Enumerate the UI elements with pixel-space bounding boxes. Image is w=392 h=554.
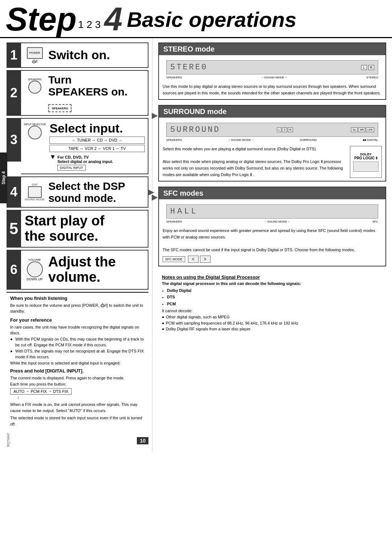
sfc-mode-box: ▶ SFC modes HALL SPEAKERS ←SOUND MODE→ S… [158, 187, 386, 266]
cannot-decode-intro: It cannot decode: [162, 307, 383, 314]
stereo-display-bottom: SPEAKERS ←SOUND MODE→ STEREO [163, 76, 382, 81]
sfc-mode-ctrl: SFC MODE < > [163, 256, 382, 263]
cannot-decode-3: ● Dolby Digital RF signals from a laser … [162, 326, 383, 332]
step-1-num: 1 [7, 42, 21, 68]
ref-text: In rare cases, the unit may have trouble… [10, 324, 145, 336]
step-5-content: Start play of the source. [21, 210, 148, 248]
speaker-icon [28, 81, 41, 94]
page-number: 10 [137, 437, 148, 444]
stereo-mode-label: STEREO [366, 76, 378, 79]
power-button-icon: POWER [27, 47, 43, 59]
step-4-content: DSP SOUND MODE Select the DSP sound mode… [21, 176, 148, 208]
rot-code: RQT6847 [7, 433, 10, 447]
step-4-num: 4 [7, 176, 21, 208]
step-1-icon-area: POWER ⏻/I [25, 47, 45, 64]
surround-display-text: 5URROUND [170, 125, 220, 134]
digital-notes-can-decode: Dolby Digital DTS PCM [162, 287, 383, 307]
surround-mode-header: SURROUND mode [159, 106, 385, 118]
step-6-num: 6 [7, 250, 21, 290]
stereo-led-r: R [368, 65, 375, 70]
surround-speakers-label: SPEAKERS [166, 138, 182, 142]
for-ref-section: For your reference In rare cases, the un… [10, 317, 145, 366]
surround-led-sl: SL [351, 127, 358, 132]
stereo-sound-mode-label: ←SOUND MODE→ [261, 76, 287, 79]
step-4-label: Select the DSP sound mode. [48, 180, 125, 204]
stereo-description: Use this mode to play digital or analog … [159, 82, 385, 99]
surround-mode-box: ▶ SURROUND mode 5URROUND L C R SL SR LFE [158, 105, 386, 182]
sfc-desc-layout: Enjoy an enhanced sound experience with … [159, 226, 385, 265]
dsp-icon [28, 186, 42, 198]
step-nums: 1 2 3 [78, 19, 101, 36]
ref-title: For your reference [10, 317, 145, 323]
step-6-content: VOLUME DOWN UP Adjust the volume. [21, 250, 148, 290]
step-2: 2 SPEAKERS Turn SPEAKERS on. SPEAKERS [7, 70, 148, 116]
press-text: The current mode is displayed. Press aga… [10, 375, 145, 381]
step-1-label: Switch on. [48, 48, 110, 62]
surround-sound-mode-label: ←SOUND MODE→ [228, 138, 254, 142]
finish-text: Be sure to reduce the volume and press [… [10, 302, 145, 314]
digital-input-btn: DIGITAL INPUT [57, 165, 86, 171]
step-2-icon-area: SPEAKERS [25, 78, 45, 94]
can-decode-1: Dolby Digital [167, 287, 383, 294]
sfc-sound-mode-label: ←SOUND MODE→ [264, 220, 290, 223]
press-sequence-arrow: ↑ [17, 396, 145, 400]
tape-row: TAPE ↔ VCR 2 ↔ VCR 1 ↔ TV [49, 145, 145, 152]
input-selector-icon [28, 126, 42, 139]
stereo-led-l: L [361, 65, 367, 70]
volume-knob-icon [27, 261, 43, 277]
sfc-display: HALL [166, 204, 378, 219]
step-num-large: 4 [104, 3, 122, 36]
step-3-num: 3 [7, 118, 21, 162]
step-5: 5 Start play of the source. [7, 210, 148, 248]
sfc-display-bottom: SPEAKERS ←SOUND MODE→ SFC [163, 220, 382, 225]
press-note: When a FIX mode is on, the unit cannot p… [10, 402, 145, 414]
speakers-label-top: SPEAKERS [28, 78, 42, 81]
cannot-decode-1: ● Other digital signals, such as MPEG [162, 314, 383, 320]
page-header: Step 1 2 3 4 Basic operations [0, 0, 392, 38]
surround-led-lfe: LFE [366, 127, 374, 132]
step-word: Step [6, 3, 77, 36]
surround-led-l: L [277, 127, 281, 132]
sfc-mode-ctrl-label: SFC MODE [163, 256, 185, 262]
can-decode-2: DTS [167, 294, 383, 301]
press-sequence: AUTO → PCM FIX → DTS FIX [10, 388, 72, 395]
step-1: 1 POWER ⏻/I Switch on. [7, 42, 148, 68]
sfc-next-btn[interactable]: > [200, 256, 211, 263]
step4-arrow-right: ▶ [148, 187, 154, 197]
step4-side-label: Step 4 [0, 152, 7, 203]
step-3-right: Select input. ← TUNER ↔ CD ↔ DVD → TAPE … [49, 122, 145, 171]
stereo-speakers-label: SPEAKERS [166, 76, 182, 79]
main-layout: 1 POWER ⏻/I Switch on. 2 SPEAKERS [0, 38, 392, 452]
sfc-display-text: HALL [170, 207, 198, 216]
power-symbol: ⏻/I [32, 60, 38, 64]
step-5-label: Start play of the source. [25, 213, 105, 244]
step-6-icon-area: VOLUME DOWN UP [25, 258, 45, 281]
sfc-prev-btn[interactable]: < [188, 256, 199, 263]
sfc-mode-header: SFC modes [159, 187, 385, 199]
ref-bullet-1: ● With the PCM signals on CDs, this may … [10, 336, 145, 348]
surround-arrow-left: ▶ [152, 111, 158, 120]
stereo-display: 5TERE0 L R [166, 60, 378, 74]
surround-description: Select this mode when you are playing a … [163, 146, 346, 178]
step-4: 4 DSP SOUND MODE Select the DSP sound mo… [7, 176, 148, 208]
step-6-label: Adjust the volume. [48, 254, 116, 285]
finish-title: When you finish listening [10, 296, 145, 301]
step-3: 3 INPUT SELECTOR Select input. ← TUNER ↔… [7, 118, 148, 174]
digital-notes-box: Notes on using the Digital Signal Proces… [158, 272, 386, 335]
stereo-mode-box: STEREO mode 5TERE0 L R SPEAKERS ←SOUND M… [158, 42, 386, 100]
digital-notes-subtitle: The digital signal processor in this uni… [162, 281, 383, 286]
ref-note: While the input source is selected and d… [10, 360, 145, 366]
surround-leds-2: SL SR LFE [351, 127, 374, 132]
volume-labels: DOWN UP [27, 277, 43, 281]
notes-section: When you finish listening Be sure to red… [7, 292, 148, 431]
surround-display-bottom: SPEAKERS ←SOUND MODE→ SURROUND ■■ DIGITA… [163, 138, 382, 143]
stereo-display-text: 5TERE0 [170, 63, 208, 72]
step-3-content: INPUT SELECTOR Select input. ← TUNER ↔ C… [21, 118, 148, 174]
sfc-description: Enjoy an enhanced sound experience with … [163, 228, 382, 253]
step-3-icon-area: INPUT SELECTOR [24, 123, 46, 139]
cannot-decode-2: ● PCM with sampling frequencies of 88.2 … [162, 320, 383, 326]
step-1-content: POWER ⏻/I Switch on. [21, 42, 148, 68]
dolby-box: DOLBY PRO LOGIC Ⅱ [350, 146, 382, 178]
arrow-down-icon: ▼ [49, 154, 56, 160]
can-decode-3: PCM [167, 301, 383, 307]
